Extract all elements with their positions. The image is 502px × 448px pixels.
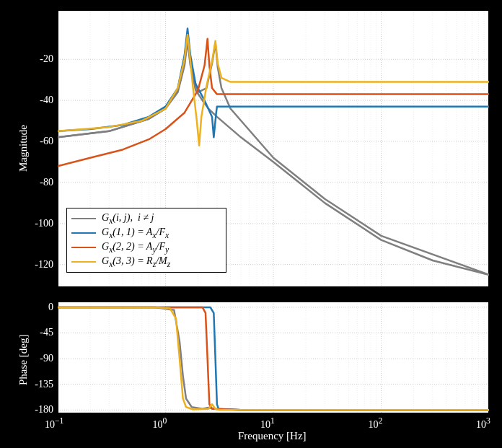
ytick-label: 0	[48, 302, 53, 313]
legend-label: Gx(i, j), i ≠ j	[102, 212, 154, 226]
legend-item: Gx(i, j), i ≠ j	[71, 211, 221, 226]
ytick-label: -120	[35, 259, 53, 271]
ytick-label: -135	[35, 379, 53, 390]
xtick-label: 102	[369, 416, 383, 431]
phase-gx22	[58, 307, 489, 410]
ytick-label: -45	[40, 327, 53, 338]
legend-item: Gx(1, 1) = Ax/Fx	[71, 226, 221, 240]
phase-offdiag	[58, 307, 489, 410]
ytick-label: -40	[40, 95, 53, 106]
legend: Gx(i, j), i ≠ jGx(1, 1) = Ax/FxGx(2, 2) …	[66, 208, 226, 273]
phase-ytitle: Phase [deg]	[17, 335, 30, 385]
xtick-label: 10−1	[45, 416, 63, 431]
legend-item: Gx(2, 2) = Ay/Fy	[71, 240, 221, 255]
xtick-label: 103	[476, 416, 490, 431]
ytick-label: -100	[35, 218, 53, 229]
ytick-label: -90	[40, 353, 53, 364]
phase-panel	[58, 302, 489, 413]
magnitude-ytitle: Magnitude	[17, 125, 30, 172]
svg-rect-86	[58, 302, 489, 413]
ytick-label: -20	[40, 53, 53, 65]
legend-swatch	[71, 261, 96, 263]
phase-gx33	[58, 307, 489, 410]
legend-swatch	[71, 247, 96, 248]
phase-plot	[58, 302, 489, 413]
ytick-label: -180	[35, 404, 53, 416]
x-axis-title: Frequency [Hz]	[238, 430, 307, 442]
xtick-label: 101	[260, 416, 275, 431]
legend-swatch	[71, 232, 96, 234]
legend-label: Gx(2, 2) = Ay/Fy	[102, 241, 169, 255]
legend-item: Gx(3, 3) = Rz/Mz	[71, 255, 221, 269]
ytick-label: -80	[40, 177, 53, 188]
bode-figure: Magnitude Phase [deg] Frequency [Hz] Gx(…	[0, 0, 502, 448]
legend-label: Gx(3, 3) = Rz/Mz	[102, 255, 170, 269]
legend-label: Gx(1, 1) = Ax/Fx	[102, 227, 169, 240]
xtick-label: 100	[153, 416, 167, 431]
ytick-label: -60	[40, 136, 53, 147]
phase-gx11	[58, 307, 489, 410]
legend-swatch	[71, 218, 96, 219]
